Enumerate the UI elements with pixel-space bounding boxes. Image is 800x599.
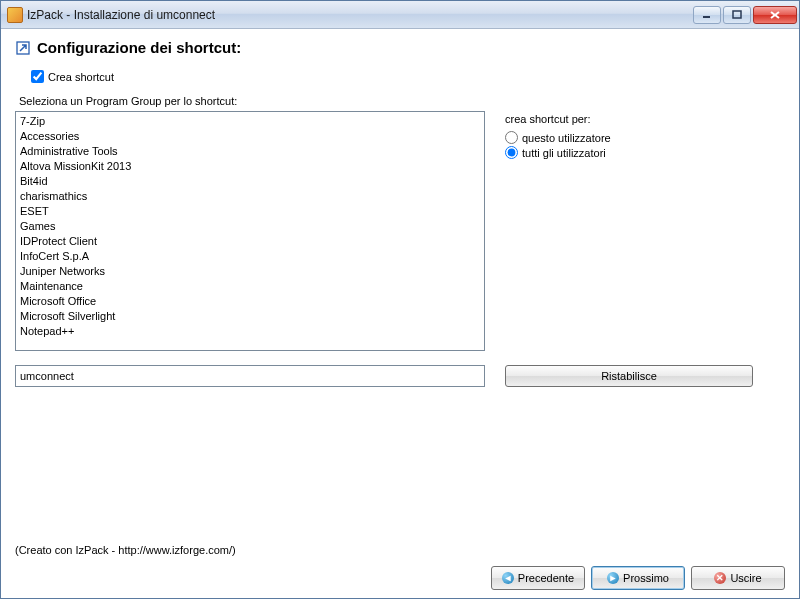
program-group-list[interactable]: 7-ZipAccessoriesAdministrative ToolsAlto… bbox=[15, 111, 485, 351]
arrow-left-icon: ◄ bbox=[502, 572, 514, 584]
page-header: Configurazione dei shortcut: bbox=[15, 39, 785, 56]
close-button[interactable] bbox=[753, 6, 797, 24]
radio-all-users-row[interactable]: tutti gli utilizzatori bbox=[505, 146, 611, 159]
list-item[interactable]: Juniper Networks bbox=[20, 264, 480, 279]
list-item[interactable]: Notepad++ bbox=[20, 324, 480, 339]
list-item[interactable]: Microsoft Silverlight bbox=[20, 309, 480, 324]
footer: (Creato con IzPack - http://www.izforge.… bbox=[15, 536, 785, 590]
next-button[interactable]: ► Prossimo bbox=[591, 566, 685, 590]
reset-button[interactable]: Ristabilisce bbox=[505, 365, 753, 387]
shortcut-for-label: crea shortcut per: bbox=[505, 113, 611, 125]
radio-all-users-label: tutti gli utilizzatori bbox=[522, 147, 606, 159]
installer-window: IzPack - Installazione di umconnect Conf… bbox=[0, 0, 800, 599]
prev-button-label: Precedente bbox=[518, 572, 574, 584]
program-group-input[interactable] bbox=[15, 365, 485, 387]
list-item[interactable]: Maintenance bbox=[20, 279, 480, 294]
exit-icon: ✕ bbox=[714, 572, 726, 584]
group-input-row: Ristabilisce bbox=[15, 365, 785, 387]
minimize-button[interactable] bbox=[693, 6, 721, 24]
main-row: 7-ZipAccessoriesAdministrative ToolsAlto… bbox=[15, 111, 785, 351]
content-area: Configurazione dei shortcut: Crea shortc… bbox=[1, 29, 799, 598]
list-item[interactable]: InfoCert S.p.A bbox=[20, 249, 480, 264]
shortcut-icon bbox=[15, 40, 31, 56]
radio-current-user-row[interactable]: questo utilizzatore bbox=[505, 131, 611, 144]
close-icon bbox=[769, 10, 781, 20]
list-item[interactable]: Microsoft Office bbox=[20, 294, 480, 309]
prev-button[interactable]: ◄ Precedente bbox=[491, 566, 585, 590]
create-shortcut-checkbox-row[interactable]: Crea shortcut bbox=[31, 70, 785, 83]
radio-current-user-label: questo utilizzatore bbox=[522, 132, 611, 144]
exit-button-label: Uscire bbox=[730, 572, 761, 584]
arrow-right-icon: ► bbox=[607, 572, 619, 584]
maximize-button[interactable] bbox=[723, 6, 751, 24]
radio-all-users[interactable] bbox=[505, 146, 518, 159]
exit-button[interactable]: ✕ Uscire bbox=[691, 566, 785, 590]
minimize-icon bbox=[702, 10, 712, 20]
app-icon bbox=[7, 7, 23, 23]
select-group-label: Seleziona un Program Group per lo shortc… bbox=[19, 95, 785, 107]
list-item[interactable]: IDProtect Client bbox=[20, 234, 480, 249]
page-title: Configurazione dei shortcut: bbox=[37, 39, 241, 56]
shortcut-for-panel: crea shortcut per: questo utilizzatore t… bbox=[505, 111, 611, 351]
window-controls bbox=[693, 6, 797, 24]
list-item[interactable]: Administrative Tools bbox=[20, 144, 480, 159]
credit-text: (Creato con IzPack - http://www.izforge.… bbox=[15, 544, 785, 556]
list-item[interactable]: ESET bbox=[20, 204, 480, 219]
list-item[interactable]: Accessories bbox=[20, 129, 480, 144]
maximize-icon bbox=[732, 10, 742, 20]
list-item[interactable]: Altova MissionKit 2013 bbox=[20, 159, 480, 174]
create-shortcut-label: Crea shortcut bbox=[48, 71, 114, 83]
list-item[interactable]: Games bbox=[20, 219, 480, 234]
window-title: IzPack - Installazione di umconnect bbox=[27, 8, 693, 22]
next-button-label: Prossimo bbox=[623, 572, 669, 584]
nav-row: ◄ Precedente ► Prossimo ✕ Uscire bbox=[15, 566, 785, 590]
create-shortcut-checkbox[interactable] bbox=[31, 70, 44, 83]
list-item[interactable]: Bit4id bbox=[20, 174, 480, 189]
svg-rect-1 bbox=[733, 11, 741, 18]
radio-current-user[interactable] bbox=[505, 131, 518, 144]
list-item[interactable]: charismathics bbox=[20, 189, 480, 204]
list-item[interactable]: 7-Zip bbox=[20, 114, 480, 129]
titlebar: IzPack - Installazione di umconnect bbox=[1, 1, 799, 29]
